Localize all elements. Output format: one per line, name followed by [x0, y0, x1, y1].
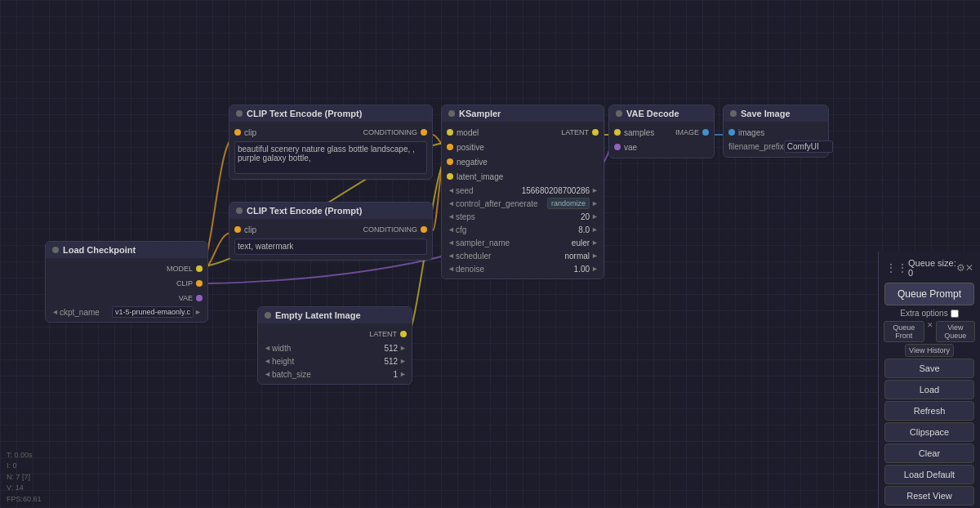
empty-latent-output-port[interactable]: [400, 331, 407, 337]
filename-prefix-input[interactable]: [784, 140, 833, 153]
status-t: T: 0.00s: [7, 450, 42, 461]
close-icon[interactable]: ✕: [965, 262, 973, 274]
control-right-arrow[interactable]: ►: [591, 199, 599, 207]
steps-field-row: ◄ steps 20 ►: [442, 210, 604, 223]
save-image-header: Save Image: [724, 105, 828, 122]
ksampler-latent-port[interactable]: [592, 129, 599, 136]
node-dot-2: [236, 207, 243, 214]
batch-left-arrow[interactable]: ◄: [264, 370, 271, 378]
ckpt-left-arrow[interactable]: ◄: [51, 308, 59, 316]
extra-options-checkbox[interactable]: [951, 310, 959, 318]
vae-decode-node: VAE Decode samples IMAGE vae: [608, 105, 715, 158]
empty-latent-body: LATENT ◄ width 512 ► ◄ height 512 ► ◄ ba…: [258, 323, 412, 384]
model-output-label: MODEL: [167, 265, 193, 273]
refresh-button[interactable]: Refresh: [884, 401, 974, 421]
control-label: control_after_generate: [456, 199, 538, 208]
clip-text-2-content[interactable]: text, watermark: [234, 238, 427, 255]
steps-left-arrow[interactable]: ◄: [448, 212, 455, 221]
cfg-right-arrow[interactable]: ►: [591, 225, 599, 234]
conditioning-output-port-1[interactable]: [421, 129, 427, 136]
scheduler-left-arrow[interactable]: ◄: [448, 252, 455, 260]
cfg-left-arrow[interactable]: ◄: [448, 225, 455, 234]
settings-icon[interactable]: ⚙: [956, 262, 965, 274]
denoise-left-arrow[interactable]: ◄: [448, 265, 455, 273]
denoise-right-arrow[interactable]: ►: [591, 265, 599, 273]
save-images-port[interactable]: [728, 129, 735, 136]
ksampler-positive-port[interactable]: [447, 144, 453, 150]
view-history-button[interactable]: View History: [905, 344, 954, 357]
ckpt-right-arrow[interactable]: ►: [194, 308, 202, 316]
vae-output-port[interactable]: [196, 295, 203, 301]
clip-text-1-content[interactable]: beautiful scenery nature glass bottle la…: [234, 141, 427, 174]
filename-prefix-label: filename_prefix: [728, 142, 784, 151]
ksampler-body: model LATENT positive negative latent_im…: [442, 122, 604, 279]
scheduler-field-row: ◄ scheduler normal ►: [442, 249, 604, 262]
view-queue-button[interactable]: View Queue: [936, 321, 975, 342]
batch-right-arrow[interactable]: ►: [399, 370, 407, 378]
empty-latent-header: Empty Latent Image: [258, 307, 412, 323]
vae-samples-row: samples IMAGE: [609, 125, 714, 140]
model-output-port[interactable]: [196, 265, 203, 272]
ckpt-label: ckpt_name: [60, 308, 100, 317]
queue-front-close-icon[interactable]: ✕: [927, 321, 933, 342]
denoise-label: denoise: [456, 265, 484, 274]
vae-samples-port[interactable]: [614, 129, 621, 136]
seed-left-arrow[interactable]: ◄: [448, 186, 455, 194]
dots-menu-icon[interactable]: ⋮⋮: [885, 261, 908, 274]
sampler-name-value: euler: [572, 238, 590, 247]
denoise-field-row: ◄ denoise 1.00 ►: [442, 262, 604, 275]
clip-text-1-header: CLIP Text Encode (Prompt): [229, 105, 432, 122]
vae-samples-label: samples: [624, 128, 654, 137]
seed-right-arrow[interactable]: ►: [591, 186, 599, 194]
seed-value: 156680208700286: [522, 186, 590, 195]
height-right-arrow[interactable]: ►: [399, 357, 407, 365]
node-dot: [52, 247, 59, 253]
clip-input-port-2[interactable]: [234, 226, 241, 233]
save-button[interactable]: Save: [884, 359, 974, 378]
queue-prompt-button[interactable]: Queue Prompt: [884, 283, 974, 305]
load-button[interactable]: Load: [884, 380, 974, 399]
control-after-row: ◄ control_after_generate randomize ►: [442, 197, 604, 210]
clip-input-port-1[interactable]: [234, 129, 241, 136]
sampler-left-arrow[interactable]: ◄: [448, 238, 455, 247]
width-right-arrow[interactable]: ►: [399, 344, 407, 352]
clip-output-label: CLIP: [176, 279, 193, 287]
clip-input-label-2: clip: [244, 225, 256, 234]
scheduler-right-arrow[interactable]: ►: [591, 252, 599, 260]
height-left-arrow[interactable]: ◄: [264, 357, 271, 365]
clipspace-button[interactable]: Clipspace: [884, 422, 974, 442]
ksampler-model-label: model: [457, 128, 479, 137]
steps-label: steps: [456, 212, 475, 221]
save-image-body: images filename_prefix: [724, 122, 828, 157]
save-image-title: Save Image: [741, 109, 791, 118]
randomize-button[interactable]: randomize: [547, 198, 590, 209]
queue-front-button[interactable]: Queue Front: [884, 321, 924, 342]
width-value: 512: [384, 344, 398, 353]
vae-output-row: VAE: [46, 291, 207, 305]
clear-button[interactable]: Clear: [884, 443, 974, 463]
ksampler-model-port[interactable]: [447, 129, 453, 136]
reset-view-button[interactable]: Reset View: [884, 486, 974, 506]
width-left-arrow[interactable]: ◄: [264, 344, 271, 352]
ksampler-latent-image-port[interactable]: [447, 173, 453, 180]
control-left-arrow[interactable]: ◄: [448, 199, 455, 207]
sampler-name-label: sampler_name: [456, 238, 510, 247]
conditioning-output-port-2[interactable]: [421, 226, 427, 233]
seed-field-row: ◄ seed 156680208700286 ►: [442, 184, 604, 197]
vae-vae-label: vae: [624, 143, 637, 152]
queue-size-label: Queue size: 0: [908, 258, 956, 278]
clip-output-port[interactable]: [196, 280, 203, 287]
vae-vae-port[interactable]: [614, 144, 621, 150]
clip-text-1-body: clip CONDITIONING beautiful scenery natu…: [229, 122, 432, 179]
vae-decode-body: samples IMAGE vae: [609, 122, 714, 158]
ksampler-negative-port[interactable]: [447, 158, 453, 165]
conditioning-output-label-2: CONDITIONING: [363, 225, 418, 234]
load-default-button[interactable]: Load Default: [884, 465, 974, 484]
sampler-right-arrow[interactable]: ►: [591, 238, 599, 247]
ckpt-value-input[interactable]: [112, 306, 194, 318]
image-output-port[interactable]: [702, 129, 709, 136]
vae-decode-header: VAE Decode: [609, 105, 714, 122]
queue-header: ⋮⋮ Queue size: 0 ⚙ ✕: [880, 255, 978, 281]
extra-options-row: Extra options: [880, 307, 978, 319]
steps-right-arrow[interactable]: ►: [591, 212, 599, 221]
